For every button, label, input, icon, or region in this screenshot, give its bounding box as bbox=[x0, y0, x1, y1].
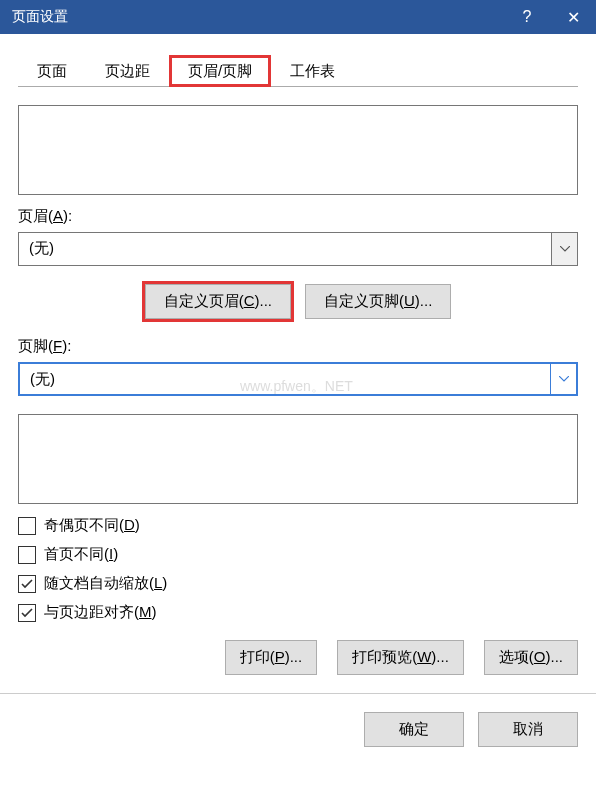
footer-preview bbox=[18, 414, 578, 504]
checkbox-icon bbox=[18, 517, 36, 535]
checkbox-diff-first[interactable]: 首页不同(I) bbox=[18, 545, 578, 564]
print-preview-button[interactable]: 打印预览(W)... bbox=[337, 640, 464, 675]
checkbox-scale-doc[interactable]: 随文档自动缩放(L) bbox=[18, 574, 578, 593]
tab-header-footer[interactable]: 页眉/页脚 bbox=[169, 55, 271, 87]
header-preview bbox=[18, 105, 578, 195]
close-button[interactable]: ✕ bbox=[550, 0, 596, 34]
watermark-text: www.pfwen。NET bbox=[240, 378, 353, 396]
footer-label: 页脚(F): bbox=[18, 337, 578, 356]
tab-margins[interactable]: 页边距 bbox=[86, 55, 169, 87]
tab-sheet[interactable]: 工作表 bbox=[271, 55, 354, 87]
chevron-down-icon bbox=[551, 233, 577, 265]
tab-page[interactable]: 页面 bbox=[18, 55, 86, 87]
checkbox-label: 奇偶页不同(D) bbox=[44, 516, 140, 535]
chevron-down-icon bbox=[550, 364, 576, 394]
print-button[interactable]: 打印(P)... bbox=[225, 640, 318, 675]
dialog-footer: 确定 取消 bbox=[0, 693, 596, 765]
titlebar: 页面设置 ? ✕ bbox=[0, 0, 596, 34]
tab-bar: 页面 页边距 页眉/页脚 工作表 bbox=[18, 54, 578, 87]
custom-footer-button[interactable]: 自定义页脚(U)... bbox=[305, 284, 451, 319]
checkbox-icon bbox=[18, 546, 36, 564]
options-button[interactable]: 选项(O)... bbox=[484, 640, 578, 675]
checkbox-align-margins[interactable]: 与页边距对齐(M) bbox=[18, 603, 578, 622]
cancel-button[interactable]: 取消 bbox=[478, 712, 578, 747]
checkbox-diff-odd-even[interactable]: 奇偶页不同(D) bbox=[18, 516, 578, 535]
checkbox-label: 首页不同(I) bbox=[44, 545, 118, 564]
header-dropdown[interactable]: (无) bbox=[18, 232, 578, 266]
checkbox-label: 随文档自动缩放(L) bbox=[44, 574, 167, 593]
checkbox-icon bbox=[18, 604, 36, 622]
custom-header-button[interactable]: 自定义页眉(C)... bbox=[145, 284, 291, 319]
ok-button[interactable]: 确定 bbox=[364, 712, 464, 747]
header-label: 页眉(A): bbox=[18, 207, 578, 226]
checkbox-icon bbox=[18, 575, 36, 593]
window-title: 页面设置 bbox=[12, 8, 504, 26]
checkbox-label: 与页边距对齐(M) bbox=[44, 603, 157, 622]
header-dropdown-value: (无) bbox=[19, 233, 551, 265]
dialog-content: 页面 页边距 页眉/页脚 工作表 页眉(A): (无) 自定义页眉(C)... … bbox=[0, 34, 596, 693]
help-button[interactable]: ? bbox=[504, 0, 550, 34]
